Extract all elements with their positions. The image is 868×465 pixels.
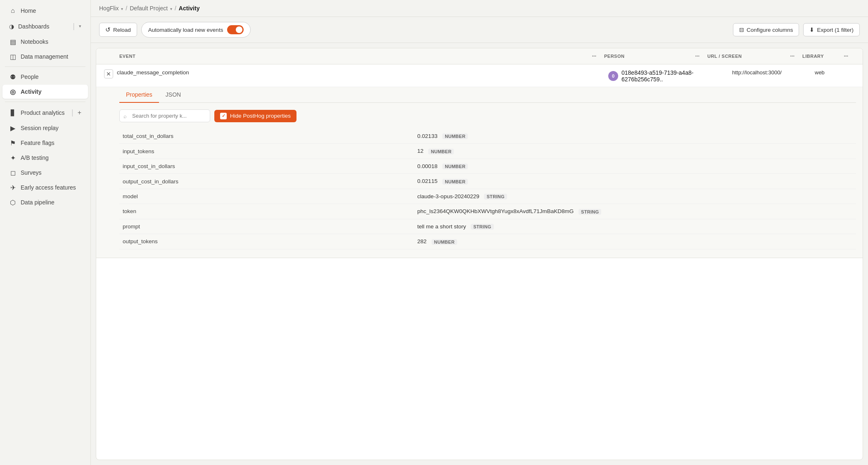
breadcrumb-hogflix[interactable]: HogFlix ▾ [99, 5, 123, 12]
sidebar: Home Dashboards | ▾ Notebooks Data manag… [0, 0, 91, 465]
ab-icon [9, 154, 17, 161]
sidebar-label-session-replay: Session replay [21, 125, 59, 131]
type-badge: STRING [471, 224, 493, 230]
search-input[interactable] [119, 109, 210, 122]
property-key: input_tokens [119, 144, 414, 159]
export-button[interactable]: ⬇ Export (1 filter) [803, 23, 860, 36]
sidebar-label-dashboards: Dashboards [18, 23, 69, 30]
property-value-cell: 0.02115 NUMBER [414, 174, 856, 189]
early-icon [9, 184, 17, 191]
property-key: prompt [119, 219, 414, 234]
property-key: model [119, 189, 414, 204]
add-analytics-icon[interactable]: + [78, 109, 81, 116]
reload-button[interactable]: ↺ Reload [99, 23, 137, 37]
property-value-cell: 0.02133 NUMBER [414, 129, 856, 144]
breadcrumb-sep-1: / [126, 5, 127, 12]
sidebar-item-early-access[interactable]: Early access features [2, 180, 88, 195]
home-icon [9, 7, 17, 14]
sidebar-item-session-replay[interactable]: Session replay [2, 121, 88, 135]
sidebar-item-data-pipeline[interactable]: Data pipeline [2, 195, 88, 209]
tab-json[interactable]: JSON [159, 87, 187, 103]
person-col-more-icon[interactable]: ··· [695, 52, 707, 60]
property-value: 12 [417, 148, 424, 154]
url-cell: http://localhost:3000/ [732, 69, 815, 76]
sidebar-item-home[interactable]: Home [2, 4, 88, 18]
hide-posthog-button[interactable]: Hide PostHog properties [214, 110, 296, 122]
replay-icon [9, 124, 17, 132]
search-wrap: ⌕ [119, 109, 210, 122]
checkbox-icon [220, 113, 227, 119]
sidebar-label-notebooks: Notebooks [21, 38, 48, 45]
people-icon [9, 73, 17, 81]
export-icon: ⬇ [809, 26, 814, 33]
col-url-header: URL / SCREEN [707, 54, 790, 59]
sidebar-item-product-analytics[interactable]: Product analytics | + [2, 105, 88, 120]
dashboard-icon [9, 23, 14, 30]
type-badge: NUMBER [442, 164, 468, 169]
search-icon: ⌕ [123, 113, 127, 119]
col-person-header: PERSON [604, 54, 695, 59]
library-cell: web [815, 69, 856, 76]
property-value: 282 [417, 238, 427, 244]
sidebar-divider-2 [5, 102, 85, 102]
type-badge: STRING [579, 209, 601, 215]
surveys-icon [9, 169, 17, 176]
sidebar-item-feature-flags[interactable]: Feature flags [2, 136, 88, 150]
sidebar-item-activity[interactable]: Activity [2, 85, 88, 99]
sidebar-item-dashboards[interactable]: Dashboards | ▾ [2, 19, 88, 34]
sidebar-item-notebooks[interactable]: Notebooks [2, 35, 88, 49]
sidebar-item-data-management[interactable]: Data management [2, 50, 88, 64]
breadcrumb-activity: Activity [179, 5, 200, 12]
breadcrumb-default-project[interactable]: Default Project ▾ [130, 5, 172, 12]
property-key: total_cost_in_dollars [119, 129, 414, 144]
person-id: 018e8493-a519-7139-a4a8-6276b256c759.. [621, 69, 732, 83]
event-col-more-icon[interactable]: ··· [592, 52, 604, 60]
property-key: output_tokens [119, 234, 414, 249]
property-value-cell: tell me a short story STRING [414, 219, 856, 234]
sidebar-item-ab-testing[interactable]: A/B testing [2, 151, 88, 165]
auto-load-toggle[interactable] [227, 25, 244, 34]
property-row: token phc_ls2364QKW0QKHbXWVtgh8Yugx8xAvd… [119, 204, 856, 219]
expand-button[interactable]: ✕ [104, 69, 113, 78]
col-library-header: LIBRARY [802, 54, 844, 59]
property-value-cell: phc_ls2364QKW0QKHbXWVtgh8Yugx8xAvdfL71Jm… [414, 204, 856, 219]
type-badge: NUMBER [432, 239, 457, 245]
data-icon [9, 53, 17, 60]
events-table: EVENT ··· PERSON ··· URL / SCREEN ··· LI… [96, 48, 863, 460]
property-value-cell: 0.00018 NUMBER [414, 159, 856, 173]
type-badge: STRING [484, 194, 507, 199]
property-value-cell: claude-3-opus-20240229 STRING [414, 189, 856, 204]
table-row[interactable]: ✕ claude_message_completion 0 018e8493-a… [96, 64, 863, 87]
sidebar-divider [5, 66, 85, 67]
property-value: claude-3-opus-20240229 [417, 193, 479, 199]
auto-load-toggle-container[interactable]: Automatically load new events [141, 22, 251, 38]
person-cell: 0 018e8493-a519-7139-a4a8-6276b256c759.. [608, 69, 732, 83]
property-row: model claude-3-opus-20240229 STRING [119, 189, 856, 204]
default-project-dropdown-icon: ▾ [170, 7, 172, 11]
analytics-icon [9, 109, 17, 116]
sidebar-item-surveys[interactable]: Surveys [2, 166, 88, 180]
property-value-cell: 282 NUMBER [414, 234, 856, 249]
sidebar-label-people: People [21, 74, 39, 80]
sidebar-label-home: Home [21, 7, 36, 14]
pipeline-icon [9, 199, 17, 206]
sidebar-label-activity: Activity [21, 88, 42, 95]
tab-properties[interactable]: Properties [119, 87, 159, 103]
chevron-down-icon[interactable]: ▾ [79, 24, 81, 29]
breadcrumb-bar: HogFlix ▾ / Default Project ▾ / Activity [91, 0, 868, 17]
toolbar: ↺ Reload Automatically load new events ⊟… [91, 17, 868, 43]
property-key: output_cost_in_dollars [119, 174, 414, 189]
sidebar-label-data-pipeline: Data pipeline [21, 199, 55, 206]
library-col-more-icon[interactable]: ··· [844, 52, 856, 60]
sidebar-label-feature-flags: Feature flags [21, 140, 55, 146]
avatar: 0 [608, 71, 618, 81]
table-header-row: EVENT ··· PERSON ··· URL / SCREEN ··· LI… [96, 48, 863, 64]
divider-2-icon: | [71, 108, 74, 117]
property-value: 0.02133 [417, 133, 438, 139]
property-value: tell me a short story [417, 223, 466, 230]
sidebar-label-ab-testing: A/B testing [21, 154, 49, 161]
url-col-more-icon[interactable]: ··· [790, 52, 802, 60]
configure-columns-button[interactable]: ⊟ Configure columns [733, 23, 799, 36]
property-key: input_cost_in_dollars [119, 159, 414, 173]
sidebar-item-people[interactable]: People [2, 70, 88, 84]
